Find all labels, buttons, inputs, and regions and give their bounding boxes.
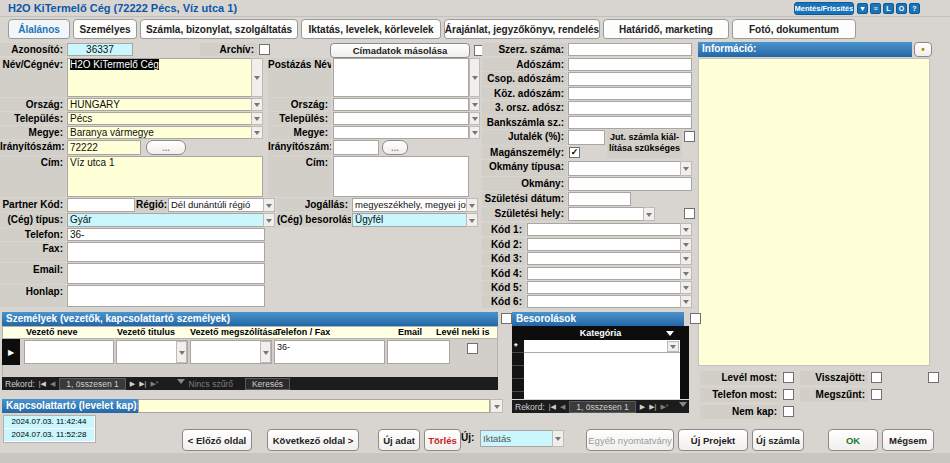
jut-szamla-checkbox[interactable]	[684, 131, 695, 142]
search-button[interactable]: Keresés	[245, 378, 290, 390]
kategoria-colheader[interactable]: Kategória	[512, 326, 689, 340]
tab-szemelyes[interactable]: Személyes	[73, 19, 137, 39]
tab-foto[interactable]: Fotó, dokumentum	[732, 19, 856, 39]
azonosito-field[interactable]: 36337	[67, 43, 133, 56]
tab-hatarido[interactable]: Határidő, marketing	[603, 19, 729, 39]
archiv-checkbox[interactable]	[259, 44, 270, 55]
uj-szamla-button[interactable]: Új számla	[752, 429, 804, 451]
kod4-field[interactable]	[527, 267, 692, 280]
cimadatok-masolasa-button[interactable]: Címadatok másolása	[330, 43, 470, 58]
menu-icon[interactable]: ≡	[870, 3, 881, 14]
new-record-icon[interactable]: ▶*	[150, 380, 158, 388]
postazas-nev-field[interactable]	[333, 58, 469, 97]
kategoria-dropdown-icon[interactable]	[667, 341, 679, 352]
vezeto-neve-cell[interactable]	[24, 340, 114, 364]
uj-projekt-button[interactable]: Új Projekt	[678, 429, 748, 451]
kod3-field[interactable]	[527, 252, 692, 265]
kategoria-cell[interactable]	[524, 340, 680, 353]
nem-kap-checkbox[interactable]	[783, 406, 794, 417]
prev-page-button[interactable]: < Előző oldal	[182, 429, 252, 451]
tab-szamla[interactable]: Számla, bizonylat, szolgáltatás	[140, 19, 298, 39]
telefon-fax-cell[interactable]: 36-	[274, 340, 385, 364]
postazas-megye-field[interactable]	[333, 126, 469, 139]
kapcsolattarto-dropdown-icon[interactable]	[490, 399, 503, 413]
kod2-dropdown-icon[interactable]	[680, 238, 692, 251]
next-record-icon[interactable]: ▶	[640, 403, 645, 411]
szemelyek-checkbox[interactable]	[501, 313, 512, 324]
szuletesi-hely-field[interactable]	[568, 207, 655, 221]
last-record-icon[interactable]: ▶|	[139, 380, 146, 388]
uj-type-dropdown-icon[interactable]	[552, 430, 564, 447]
tab-altalanos[interactable]: Álalános	[8, 19, 70, 39]
info-edit-button[interactable]: •	[914, 42, 932, 57]
next-record-icon[interactable]: ▶	[130, 380, 135, 388]
postazas-megye-dropdown-icon[interactable]	[469, 126, 480, 139]
postazas-orszag-field[interactable]	[333, 98, 469, 111]
postazas-telepules-dropdown-icon[interactable]	[469, 112, 480, 125]
telefon-most-checkbox[interactable]	[783, 389, 794, 400]
kod1-dropdown-icon[interactable]	[680, 223, 692, 236]
kod2-field[interactable]	[527, 238, 692, 251]
kod5-dropdown-icon[interactable]	[680, 281, 692, 294]
kod4-dropdown-icon[interactable]	[680, 267, 692, 280]
regio-field[interactable]: Dél dunántúli régió	[168, 198, 275, 212]
timestamp-row[interactable]: 2024.07.03. 11:42:44	[4, 416, 94, 428]
kod6-dropdown-icon[interactable]	[680, 295, 692, 308]
kategoria-sort-icon[interactable]	[666, 331, 674, 340]
cim-field[interactable]: Víz utca 1	[67, 156, 263, 197]
okmany-tipusa-field[interactable]	[568, 161, 692, 176]
level-neki-is-checkbox[interactable]	[467, 343, 478, 354]
kod3-dropdown-icon[interactable]	[680, 252, 692, 265]
megye-dropdown-icon[interactable]	[251, 126, 263, 139]
new-record-icon[interactable]: ▶*	[660, 403, 668, 411]
szuletesi-datum-field[interactable]	[568, 192, 631, 206]
jutalek-field[interactable]	[568, 130, 605, 145]
postazas-telepules-field[interactable]	[333, 112, 469, 125]
last-record-icon[interactable]: ▶|	[649, 403, 656, 411]
regio-dropdown-icon[interactable]	[263, 198, 275, 212]
o-icon[interactable]: O	[896, 3, 907, 14]
ceg-tipus-field[interactable]: Gyár	[67, 213, 275, 227]
filter-icon[interactable]	[177, 379, 185, 388]
szerz-szama-field[interactable]	[568, 43, 692, 56]
postazas-iranyitoszam-field[interactable]	[333, 140, 379, 155]
torles-button[interactable]: Törlés	[424, 429, 461, 451]
first-record-icon[interactable]: |◀	[39, 380, 46, 388]
bankszamla-field[interactable]	[568, 116, 692, 129]
megszunt-checkbox[interactable]	[871, 389, 882, 400]
no-filter-label[interactable]: Nincs szűrő	[189, 379, 233, 389]
tab-arajanlat[interactable]: Árajánlat, jegyzőkönyv, rendelés	[444, 19, 600, 39]
level-most-checkbox[interactable]	[783, 372, 794, 383]
ceg-besorolas-dropdown-icon[interactable]	[466, 213, 478, 227]
besorolasok-checkbox[interactable]	[690, 313, 701, 324]
help-icon[interactable]: ?	[909, 3, 920, 14]
kapcsolattarto-field[interactable]	[138, 399, 490, 413]
honlap-field[interactable]	[67, 285, 265, 307]
next-page-button[interactable]: Következő oldal >	[267, 429, 359, 451]
ceg-tipus-dropdown-icon[interactable]	[263, 213, 275, 227]
prev-record-icon[interactable]: ◀	[50, 380, 55, 388]
partner-kod-field[interactable]	[67, 198, 135, 212]
megsem-button[interactable]: Mégsem	[882, 429, 934, 451]
vezeto-megszolitasa-dropdown-icon[interactable]	[260, 341, 271, 363]
l-icon[interactable]: L	[883, 3, 894, 14]
ok-button[interactable]: OK	[828, 429, 878, 451]
jogallas-field[interactable]: megyeszékhely, megyei jogú	[352, 198, 478, 212]
telepules-dropdown-icon[interactable]	[251, 112, 263, 125]
szuletesi-hely-checkbox[interactable]	[684, 208, 695, 219]
visszajott-checkbox[interactable]	[871, 372, 882, 383]
postazas-cim-field[interactable]	[333, 156, 469, 197]
megye-field[interactable]: Baranya vármegye	[67, 126, 263, 139]
uj-adat-button[interactable]: Új adat	[378, 429, 420, 451]
adoszam-field[interactable]	[568, 58, 692, 71]
csop-adoszam-field[interactable]	[568, 72, 692, 86]
postazas-nev-dropdown-icon[interactable]	[469, 58, 480, 97]
filter-icon[interactable]	[679, 402, 687, 411]
postazas-iranyitoszam-lookup-button[interactable]: ...	[382, 140, 408, 155]
iranyitoszam-lookup-button[interactable]: ...	[146, 140, 186, 155]
email-field[interactable]	[67, 263, 265, 284]
email-cell[interactable]	[387, 340, 450, 364]
egyeb-nyomtatvany-button[interactable]: Egyéb nyomtatvány	[586, 429, 674, 451]
orsz3-adosz-field[interactable]	[568, 101, 692, 115]
telefon-field[interactable]: 36-	[67, 228, 265, 241]
